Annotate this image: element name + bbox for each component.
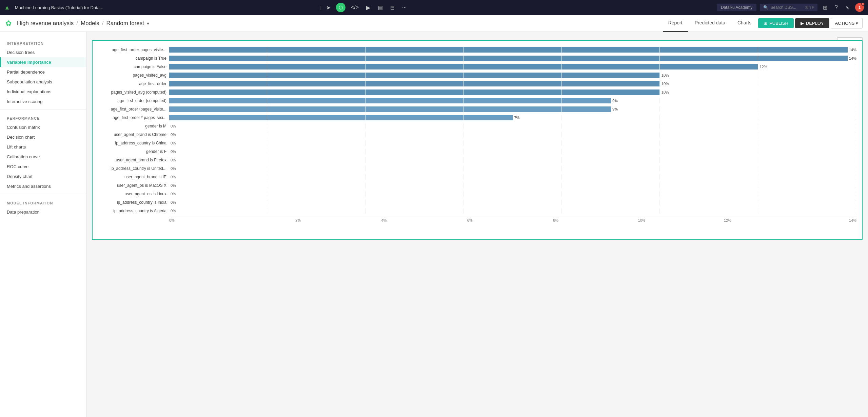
tab-predicted-data[interactable]: Predicted data xyxy=(689,15,731,32)
tab-charts[interactable]: Charts xyxy=(732,15,757,32)
bar-fill xyxy=(169,56,848,61)
main-layout: INTERPRETATION Decision trees Variables … xyxy=(0,32,868,417)
actions-button[interactable]: ACTIONS ▾ xyxy=(831,18,863,28)
bar-track: 0% xyxy=(169,166,856,171)
bar-pct-label: 0% xyxy=(171,158,176,162)
bar-pct-label: 0% xyxy=(171,209,176,213)
play-btn[interactable]: ▶ xyxy=(364,3,372,12)
bar-track: 0% xyxy=(169,174,856,180)
tab-report[interactable]: Report xyxy=(663,15,688,32)
bar-track: 0% xyxy=(169,183,856,188)
sidebar-item-roc-curve[interactable]: ROC curve xyxy=(0,162,86,172)
sidebar-item-metrics-assertions[interactable]: Metrics and assertions xyxy=(0,181,86,191)
sidebar-item-subpopulation-analysis[interactable]: Subpopulation analysis xyxy=(0,77,86,87)
notification-badge: 1 xyxy=(861,2,865,6)
plugin-icon[interactable]: ⬡ xyxy=(336,3,346,12)
sidebar-item-variables-importance[interactable]: Variables importance xyxy=(0,57,86,67)
sidebar-item-individual-explanations[interactable]: Individual explanations xyxy=(0,87,86,97)
sidebar-item-lift-charts[interactable]: Lift charts xyxy=(0,142,86,152)
x-axis-tick: 12% xyxy=(685,217,770,222)
breadcrumb-sep-1: / xyxy=(76,20,78,27)
bar-chart: age_first_order-pages_visite...14%campai… xyxy=(98,46,856,215)
x-axis-tick: 14% xyxy=(771,217,856,222)
bar-pct-label: 10% xyxy=(662,82,669,86)
bar-row: pages_visited_avg10% xyxy=(98,72,856,79)
sidebar-item-decision-chart[interactable]: Decision chart xyxy=(0,132,86,142)
x-axis-tick: 2% xyxy=(255,217,341,222)
sidebar-item-interactive-scoring[interactable]: Interactive scoring xyxy=(0,97,86,106)
bar-label: user_agent_os is MacOS X xyxy=(98,183,169,188)
bar-track: 10% xyxy=(169,81,856,86)
bar-pct-label: 0% xyxy=(171,192,176,196)
bar-label: ip_address_country is China xyxy=(98,141,169,145)
project-title: Machine Learning Basics (Tutorial) for D… xyxy=(15,5,316,10)
layout-btn[interactable]: ⊟ xyxy=(388,3,397,12)
sidebar: INTERPRETATION Decision trees Variables … xyxy=(0,32,86,417)
bar-track: 14% xyxy=(169,47,856,53)
print-btn[interactable]: ▤ xyxy=(376,3,385,12)
sidebar-item-density-chart[interactable]: Density chart xyxy=(0,172,86,181)
chart-icon[interactable]: ∿ xyxy=(843,3,852,12)
breadcrumb-model[interactable]: Random forest xyxy=(106,20,144,27)
bar-row: user_agent_os is MacOS X0% xyxy=(98,182,856,189)
breadcrumb-models[interactable]: Models xyxy=(81,20,99,27)
right-nav: Report Predicted data Charts ⊞ PUBLISH ▶… xyxy=(663,15,863,32)
bar-row: age_first_order (computed)9% xyxy=(98,97,856,104)
sidebar-item-data-preparation[interactable]: Data preparation xyxy=(0,207,86,217)
bar-track: 0% xyxy=(169,191,856,197)
model-dropdown-icon[interactable]: ▾ xyxy=(147,21,149,26)
bar-pct-label: 0% xyxy=(171,141,176,145)
bar-pct-label: 0% xyxy=(171,124,176,128)
x-axis-tick: 8% xyxy=(513,217,599,222)
publish-button[interactable]: ⊞ PUBLISH xyxy=(758,18,794,28)
bar-pct-label: 14% xyxy=(849,48,856,52)
arrow-btn[interactable]: ➤ xyxy=(324,3,333,12)
sidebar-divider-2 xyxy=(0,194,86,194)
deploy-button[interactable]: ▶ DEPLOY xyxy=(795,18,829,28)
sidebar-item-confusion-matrix[interactable]: Confusion matrix xyxy=(0,122,86,132)
bar-row: ip_address_country is India0% xyxy=(98,199,856,206)
bar-pct-label: 0% xyxy=(171,166,176,171)
bar-row: ip_address_country is Algeria0% xyxy=(98,207,856,215)
bar-row: gender is F0% xyxy=(98,148,856,155)
bar-row: age_first_order-pages_visite...14% xyxy=(98,46,856,54)
bar-label: pages_visited_avg xyxy=(98,73,169,78)
bar-pct-label: 7% xyxy=(514,116,520,120)
section-title-interpretation: INTERPRETATION xyxy=(0,37,86,47)
bar-fill xyxy=(169,90,660,95)
bar-fill xyxy=(169,73,660,78)
search-area[interactable]: 🔍 Search DSS... ⌘⇧F xyxy=(760,4,817,11)
search-shortcut: ⌘⇧F xyxy=(805,5,814,10)
avatar: 1 1 xyxy=(855,3,864,12)
bar-row: campaign is True14% xyxy=(98,55,856,62)
bar-track: 0% xyxy=(169,200,856,205)
sidebar-item-partial-dependence[interactable]: Partial dependence xyxy=(0,67,86,77)
code-btn[interactable]: </> xyxy=(349,3,361,12)
bar-label: user_agent_brand is IE xyxy=(98,175,169,179)
grid-icon[interactable]: ⊞ xyxy=(821,3,829,12)
academy-button[interactable]: Dataiku Academy xyxy=(717,4,756,11)
bar-track: 0% xyxy=(169,157,856,163)
bar-track: 0% xyxy=(169,208,856,214)
help-icon[interactable]: ? xyxy=(833,3,840,12)
bar-track: 10% xyxy=(169,73,856,78)
bar-fill xyxy=(169,115,513,120)
bar-label: age_first_order+pages_visite... xyxy=(98,107,169,112)
bar-fill xyxy=(169,98,611,103)
sidebar-item-decision-trees[interactable]: Decision trees xyxy=(0,47,86,57)
publish-icon: ⊞ xyxy=(764,21,767,26)
sidebar-item-calibration-curve[interactable]: Calibration curve xyxy=(0,152,86,162)
bar-label: gender is F xyxy=(98,149,169,154)
bar-pct-label: 9% xyxy=(612,99,618,103)
bar-track: 10% xyxy=(169,90,856,95)
bar-fill xyxy=(169,106,611,112)
x-axis-tick: 4% xyxy=(341,217,427,222)
more-btn[interactable]: ··· xyxy=(400,3,409,12)
bar-row: user_agent_os is Linux0% xyxy=(98,190,856,198)
bar-row: age_first_order+pages_visite...9% xyxy=(98,105,856,113)
bar-track: 0% xyxy=(169,140,856,146)
bar-label: user_agent_brand is Firefox xyxy=(98,158,169,162)
bar-row: age_first_order * pages_visi...7% xyxy=(98,114,856,121)
breadcrumb-project[interactable]: High revenue analysis xyxy=(17,20,74,27)
app-logo: ▲ xyxy=(4,4,10,11)
